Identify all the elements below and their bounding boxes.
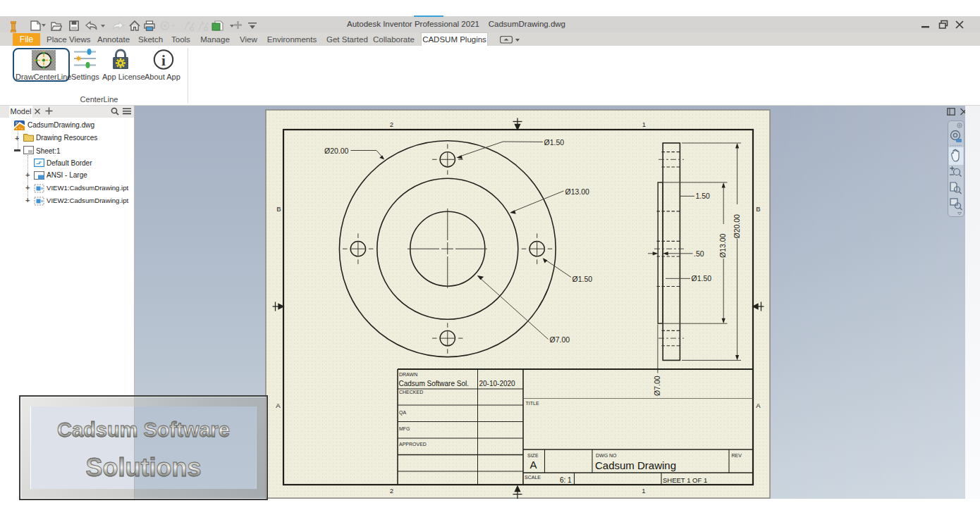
svg-text:Cadsum Software Sol.: Cadsum Software Sol. <box>399 380 470 387</box>
svg-text:QA: QA <box>399 410 406 416</box>
svg-text:SCALE: SCALE <box>525 475 541 480</box>
svg-text:A: A <box>756 402 761 409</box>
svg-text:i: i <box>161 52 166 69</box>
svg-text:Ø1.50: Ø1.50 <box>692 274 712 283</box>
svg-text:Cadsum Drawing: Cadsum Drawing <box>595 459 676 471</box>
svg-text:A: A <box>529 459 537 471</box>
svg-text:Ø7.00: Ø7.00 <box>550 335 570 344</box>
svg-text:Ø20.00: Ø20.00 <box>733 214 741 239</box>
svg-text:1: 1 <box>642 487 645 495</box>
svg-text:2: 2 <box>390 487 393 495</box>
svg-text:Ø20.00: Ø20.00 <box>324 147 349 155</box>
svg-text:1.50: 1.50 <box>696 192 711 200</box>
svg-text:Ø7.00: Ø7.00 <box>653 376 661 396</box>
svg-text:SIZE: SIZE <box>527 453 539 458</box>
svg-text:2: 2 <box>390 120 393 128</box>
svg-text:1: 1 <box>642 120 646 128</box>
svg-text:B: B <box>756 205 760 213</box>
svg-text:CHECKED: CHECKED <box>399 390 423 395</box>
svg-text:REV: REV <box>732 453 742 458</box>
svg-text:6: 1: 6: 1 <box>560 476 572 484</box>
svg-text:SHEET 1 OF 1: SHEET 1 OF 1 <box>663 476 707 484</box>
svg-text:Ø1.50: Ø1.50 <box>572 275 593 283</box>
svg-text:Ø13.00: Ø13.00 <box>565 187 590 196</box>
svg-text:.50: .50 <box>694 249 704 258</box>
svg-text:B: B <box>276 205 281 213</box>
svg-text:TITLE: TITLE <box>526 401 539 406</box>
svg-text:APPROVED: APPROVED <box>399 442 427 447</box>
svg-text:DRAWN: DRAWN <box>399 372 417 377</box>
svg-text:MFG: MFG <box>399 426 410 431</box>
svg-text:Ø13.00: Ø13.00 <box>718 233 727 258</box>
svg-text:Ø1.50: Ø1.50 <box>544 138 565 147</box>
svg-text:20-10-2020: 20-10-2020 <box>479 380 516 387</box>
svg-text:DWG NO: DWG NO <box>596 453 617 458</box>
svg-text:A: A <box>276 402 281 409</box>
